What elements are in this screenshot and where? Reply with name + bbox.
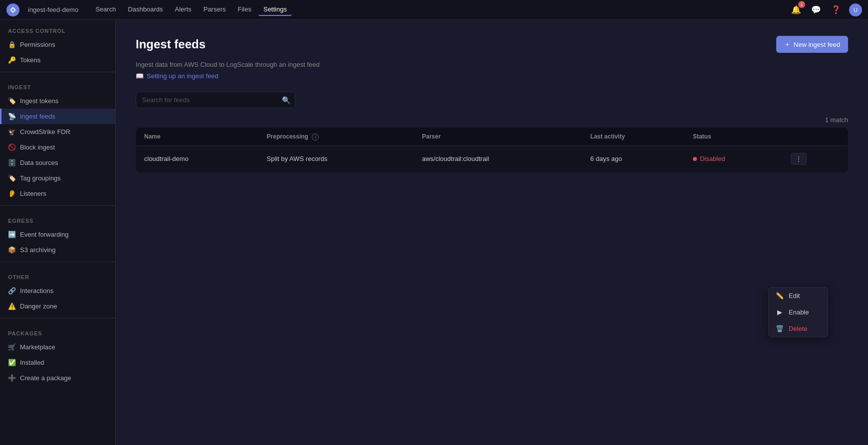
table-row: cloudtrail-demo Split by AWS records aws… xyxy=(136,146,848,172)
sidebar-label-block-ingest: Block ingest xyxy=(20,144,55,151)
topnav-items: Search Dashboards Alerts Parsers Files S… xyxy=(90,3,789,16)
brand-label: ingest-feed-demo xyxy=(28,6,78,13)
doc-link[interactable]: 📖 Setting up an ingest feed xyxy=(136,72,848,80)
row-preprocessing: Split by AWS records xyxy=(259,146,414,172)
sidebar-item-installed[interactable]: ✅ Installed xyxy=(0,355,115,370)
sidebar-item-interactions[interactable]: 🔗 Interactions xyxy=(0,283,115,298)
archive-icon: 📦 xyxy=(8,246,16,254)
sidebar-label-data-sources: Data sources xyxy=(20,159,58,166)
main-content: Ingest feeds ＋ New ingest feed Ingest da… xyxy=(116,20,868,445)
sidebar-divider-3 xyxy=(0,262,115,262)
topnav: ingest-feed-demo Search Dashboards Alert… xyxy=(0,0,868,20)
sidebar-item-danger-zone[interactable]: ⚠️ Danger zone xyxy=(0,298,115,314)
user-avatar[interactable]: U xyxy=(849,3,862,16)
sidebar-item-listeners[interactable]: 👂 Listeners xyxy=(0,186,115,201)
sidebar-item-event-forwarding[interactable]: ➡️ Event forwarding xyxy=(0,227,115,242)
play-icon: ▶ xyxy=(776,308,784,316)
sidebar-label-create-package: Create a package xyxy=(20,374,71,382)
dropdown-enable[interactable]: ▶ Enable xyxy=(769,304,828,320)
sidebar: Access control 🔒 Permissions 🔑 Tokens In… xyxy=(0,20,116,445)
sidebar-label-marketplace: Marketplace xyxy=(20,343,55,351)
sidebar-item-ingest-tokens[interactable]: 🏷️ Ingest tokens xyxy=(0,93,115,109)
tag-group-icon: 🏷️ xyxy=(8,174,16,182)
search-bar: 🔍 xyxy=(136,92,295,108)
row-parser: aws/cloudtrail:cloudtrail xyxy=(414,146,582,172)
col-status: Status xyxy=(685,128,783,146)
nav-alerts[interactable]: Alerts xyxy=(170,3,196,16)
row-status: Disabled xyxy=(685,146,783,172)
doc-icon: 📖 xyxy=(136,72,144,80)
danger-icon: ⚠️ xyxy=(8,302,16,310)
row-actions: ⋮ xyxy=(783,146,848,172)
pencil-icon: ✏️ xyxy=(776,292,784,299)
dropdown-edit[interactable]: ✏️ Edit xyxy=(769,288,828,304)
new-feed-button-label: New ingest feed xyxy=(794,41,840,48)
market-icon: 🛒 xyxy=(8,343,16,351)
sidebar-item-ingest-feeds[interactable]: 📡 Ingest feeds xyxy=(0,109,115,124)
row-last-activity: 6 days ago xyxy=(582,146,685,172)
col-parser: Parser xyxy=(414,128,582,146)
sidebar-item-block-ingest[interactable]: 🚫 Block ingest xyxy=(0,140,115,155)
sidebar-item-crowdstrike-fdr[interactable]: 🦅 CrowdStrike FDR xyxy=(0,124,115,140)
listen-icon: 👂 xyxy=(8,190,16,197)
nav-parsers[interactable]: Parsers xyxy=(199,3,231,16)
sidebar-item-permissions[interactable]: 🔒 Permissions xyxy=(0,37,115,52)
col-actions xyxy=(783,128,848,146)
shield-icon: 🔒 xyxy=(8,41,16,48)
topnav-icons: 🔔 💬 ❓ U xyxy=(789,3,862,16)
page-title: Ingest feeds xyxy=(136,37,206,51)
dropdown-delete[interactable]: 🗑️ Delete xyxy=(769,320,828,337)
interact-icon: 🔗 xyxy=(8,287,16,295)
dropdown-delete-label: Delete xyxy=(789,325,808,332)
preprocessing-info-icon[interactable]: i xyxy=(312,134,319,141)
status-disabled-badge: Disabled xyxy=(693,155,775,162)
row-action-button[interactable]: ⋮ xyxy=(791,153,807,165)
row-dropdown-menu: ✏️ Edit ▶ Enable 🗑️ Delete xyxy=(768,287,828,337)
sidebar-item-marketplace[interactable]: 🛒 Marketplace xyxy=(0,339,115,355)
sidebar-section-ingest: Ingest xyxy=(0,76,115,93)
nav-files[interactable]: Files xyxy=(233,3,256,16)
search-icon: 🔍 xyxy=(282,96,290,104)
messages-button[interactable]: 💬 xyxy=(809,3,823,16)
sidebar-section-packages: Packages xyxy=(0,322,115,339)
sidebar-label-event-forwarding: Event forwarding xyxy=(20,231,69,238)
sidebar-item-tag-groupings[interactable]: 🏷️ Tag groupings xyxy=(0,170,115,186)
status-dot xyxy=(693,157,697,161)
new-ingest-feed-button[interactable]: ＋ New ingest feed xyxy=(776,36,848,53)
sidebar-item-s3-archiving[interactable]: 📦 S3 archiving xyxy=(0,242,115,258)
status-label: Disabled xyxy=(700,155,725,162)
dropdown-edit-label: Edit xyxy=(789,292,800,299)
sidebar-item-data-sources[interactable]: 🗄️ Data sources xyxy=(0,155,115,170)
sidebar-label-installed: Installed xyxy=(20,359,44,366)
main-layout: Access control 🔒 Permissions 🔑 Tokens In… xyxy=(0,20,868,445)
sidebar-divider-1 xyxy=(0,72,115,72)
feeds-table: Name Preprocessing i Parser Last activit… xyxy=(136,128,848,172)
sidebar-label-s3-archiving: S3 archiving xyxy=(20,246,56,254)
sidebar-label-danger-zone: Danger zone xyxy=(20,302,57,310)
sidebar-item-tokens[interactable]: 🔑 Tokens xyxy=(0,52,115,68)
block-icon: 🚫 xyxy=(8,144,16,151)
app-logo xyxy=(6,3,20,17)
notifications-button[interactable]: 🔔 xyxy=(789,3,803,16)
nav-search[interactable]: Search xyxy=(90,3,121,16)
sidebar-label-ingest-tokens: Ingest tokens xyxy=(20,97,58,105)
sidebar-item-create-package[interactable]: ➕ Create a package xyxy=(0,370,115,386)
col-name: Name xyxy=(136,128,259,146)
trash-icon: 🗑️ xyxy=(776,325,784,332)
col-last-activity: Last activity xyxy=(582,128,685,146)
row-name: cloudtrail-demo xyxy=(136,146,259,172)
forward-icon: ➡️ xyxy=(8,231,16,238)
match-count: 1 match xyxy=(136,116,848,124)
nav-dashboards[interactable]: Dashboards xyxy=(123,3,168,16)
sidebar-label-tag-groupings: Tag groupings xyxy=(20,174,61,182)
sidebar-label-permissions: Permissions xyxy=(20,41,55,48)
help-button[interactable]: ❓ xyxy=(829,3,843,16)
search-input[interactable] xyxy=(136,92,295,108)
sidebar-label-listeners: Listeners xyxy=(20,190,46,197)
nav-settings[interactable]: Settings xyxy=(258,3,292,16)
plus-icon: ＋ xyxy=(784,40,791,49)
dropdown-enable-label: Enable xyxy=(789,308,809,316)
sidebar-section-other: Other xyxy=(0,266,115,283)
create-pkg-icon: ➕ xyxy=(8,374,16,382)
search-bar-wrap: 🔍 xyxy=(136,92,848,108)
